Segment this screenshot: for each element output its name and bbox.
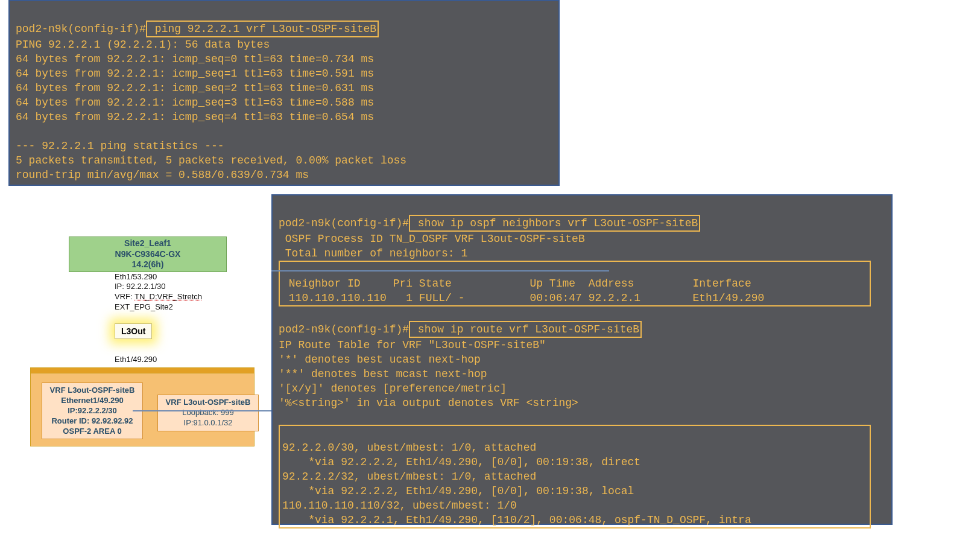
terminal-ospf-route: pod2-n9k(config-if)# show ip ospf neighb… xyxy=(271,194,893,525)
vrf-right-lb: Loopback: 999 xyxy=(182,408,233,417)
ospf0: OSPF Process ID TN_D_OSPF VRF L3out-OSPF… xyxy=(279,233,585,245)
r1: *via 92.2.2.2, Eth1/49.290, [0/0], 00:19… xyxy=(282,456,640,468)
vrf-val: TN_D:VRF_Stretch xyxy=(134,292,202,301)
vrf-left-if: Ethernet1/49.290 xyxy=(61,396,123,405)
cmd-ip-route: show ip route vrf L3out-OSPF-siteB xyxy=(409,321,642,338)
t1l7: --- 92.2.2.1 ping statistics --- xyxy=(16,140,224,152)
l3out-node: L3Out xyxy=(115,323,152,339)
r5: *via 92.2.2.1, Eth1/49.290, [110/2], 00:… xyxy=(282,514,751,526)
t1l2: 64 bytes from 92.2.2.1: icmp_seq=1 ttl=6… xyxy=(16,68,374,80)
external-router: VRF L3out-OSPF-siteB Ethernet1/49.290 IP… xyxy=(30,367,254,446)
t1l1: 64 bytes from 92.2.2.1: icmp_seq=0 ttl=6… xyxy=(16,53,374,65)
vrf-right-ip: IP:91.0.0.1/32 xyxy=(184,418,233,427)
r3: *via 92.2.2.2, Eth1/49.290, [0/0], 00:19… xyxy=(282,485,634,497)
ri4: '%<string>' in via output denotes VRF <s… xyxy=(279,397,578,409)
prompt1: pod2-n9k(config-if)# xyxy=(16,23,146,35)
ip1: IP: 92.2.2.1/30 xyxy=(115,282,265,292)
ospf1: Total number of neighbors: 1 xyxy=(279,247,467,259)
route-table: 92.2.2.0/30, ubest/mbest: 1/0, attached … xyxy=(279,425,871,529)
t1l8: 5 packets transmitted, 5 packets receive… xyxy=(16,154,406,167)
t1l9: round-trip min/avg/max = 0.588/0.639/0.7… xyxy=(16,169,309,181)
vrf-label: VRF: xyxy=(115,292,133,301)
vrf-left-ip: IP:92.2.2.2/30 xyxy=(68,406,117,415)
connector-line xyxy=(133,410,271,411)
ospf-row: 110.110.110.110 1 FULL/ - 00:06:47 92.2.… xyxy=(282,292,771,304)
leaf-model: N9K-C9364C-GX xyxy=(69,249,226,260)
iface2: Eth1/49.290 xyxy=(115,355,265,365)
leaf-switch-box: Site2_Leaf1 N9K-C9364C-GX 14.2(6h) xyxy=(69,236,227,272)
leaf-interface-labels: Eth1/53.290 IP: 92.2.2.1/30 VRF: TN_D:VR… xyxy=(115,272,265,313)
vrf-right-title: VRF L3out-OSPF-siteB xyxy=(166,398,251,407)
leaf-version: 14.2(6h) xyxy=(69,259,226,270)
prompt2a: pod2-n9k(config-if)# xyxy=(279,217,409,229)
t1l5: 64 bytes from 92.2.2.1: icmp_seq=4 ttl=6… xyxy=(16,111,374,123)
vrf-card-right: VRF L3out-OSPF-siteB Loopback: 999 IP:91… xyxy=(157,395,259,431)
r0: 92.2.2.0/30, ubest/mbest: 1/0, attached xyxy=(282,442,536,454)
vrf-left-title: VRF L3out-OSPF-siteB xyxy=(50,386,135,395)
ospf-headers: Neighbor ID Pri State Up Time Address In… xyxy=(282,278,751,290)
r4: 110.110.110.110/32, ubest/mbest: 1/0 xyxy=(282,500,517,512)
ri2: '**' denotes best mcast next-hop xyxy=(279,368,487,380)
t1l0: PING 92.2.2.1 (92.2.2.1): 56 data bytes xyxy=(16,39,270,51)
ri3: '[x/y]' denotes [preference/metric] xyxy=(279,383,507,395)
vrf-card-left: VRF L3out-OSPF-siteB Ethernet1/49.290 IP… xyxy=(42,383,143,439)
ospf-table: Neighbor ID Pri State Up Time Address In… xyxy=(279,261,871,306)
cmd-ping: ping 92.2.2.1 vrf L3out-OSPF-siteB xyxy=(146,21,379,37)
connector-line-2 xyxy=(271,270,609,271)
t1l4: 64 bytes from 92.2.2.1: icmp_seq=3 ttl=6… xyxy=(16,97,374,109)
cmd-ospf-neighbors: show ip ospf neighbors vrf L3out-OSPF-si… xyxy=(409,215,700,232)
ri1: '*' denotes best ucast next-hop xyxy=(279,354,481,366)
prompt2b: pod2-n9k(config-if)# xyxy=(279,323,409,335)
vrf-left-area: OSPF-2 AREA 0 xyxy=(63,427,121,436)
terminal-ping: pod2-n9k(config-if)# ping 92.2.2.1 vrf L… xyxy=(8,0,560,186)
ext-epg: EXT_EPG_Site2 xyxy=(115,302,265,313)
vrf-left-rid: Router ID: 92.92.92.92 xyxy=(51,416,133,425)
ri0: IP Route Table for VRF "L3out-OSPF-siteB… xyxy=(279,339,546,351)
iface1: Eth1/53.290 xyxy=(115,272,265,282)
topology-diagram: Site2_Leaf1 N9K-C9364C-GX 14.2(6h) Eth1/… xyxy=(30,236,265,446)
t1l3: 64 bytes from 92.2.2.1: icmp_seq=2 ttl=6… xyxy=(16,82,374,94)
r2: 92.2.2.2/32, ubest/mbest: 1/0, attached xyxy=(282,471,536,483)
leaf-name: Site2_Leaf1 xyxy=(69,238,226,249)
